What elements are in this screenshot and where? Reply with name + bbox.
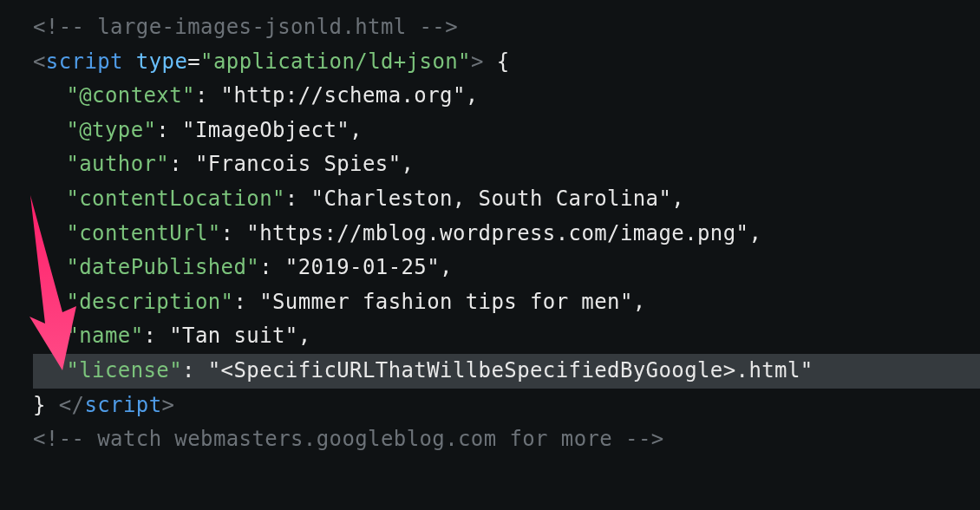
key-datepublished: "datePublished" — [66, 255, 259, 279]
val-type: "ImageObject" — [182, 118, 350, 142]
val-datepublished: "2019-01-25" — [285, 255, 440, 279]
brace-close: } — [33, 393, 59, 417]
script-tag-open: script — [46, 49, 123, 74]
key-description: "description" — [66, 290, 233, 314]
val-license: "<SpecificURLThatWillbeSpecifiedByGoogle… — [208, 358, 813, 382]
key-context: "@context" — [66, 83, 195, 108]
val-author: "Francois Spies" — [195, 152, 402, 176]
arrow-icon — [26, 195, 87, 382]
key-contenturl: "contentUrl" — [66, 221, 220, 245]
attr-type: type — [136, 49, 187, 74]
attr-type-value: "application/ld+json" — [200, 49, 471, 74]
angle-close: > — [162, 393, 175, 417]
val-contenturl: "https://mblog.wordpress.com/image.png" — [246, 221, 748, 245]
angle-close-open: </ — [59, 393, 85, 417]
key-type: "@type" — [66, 118, 156, 142]
angle-close: > — [471, 49, 484, 74]
highlighted-line: "license": "<SpecificURLThatWillbeSpecif… — [33, 354, 980, 389]
val-description: "Summer fashion tips for men" — [259, 290, 633, 314]
code-block: <!-- large-images-jsonld.html --> <scrip… — [0, 0, 980, 468]
script-tag-close: script — [84, 393, 161, 417]
val-contentlocation: "Charleston, South Carolina" — [311, 186, 672, 211]
key-contentlocation: "contentLocation" — [66, 186, 284, 211]
brace-open: { — [484, 49, 510, 74]
comment-bottom: <!-- watch webmasters.googleblog.com for… — [33, 427, 664, 451]
comment-top: <!-- large-images-jsonld.html --> — [33, 15, 458, 39]
angle-open: < — [33, 49, 46, 74]
val-name: "Tan suit" — [169, 324, 298, 348]
equals: = — [187, 49, 200, 74]
val-context: "http://schema.org" — [221, 83, 466, 108]
key-author: "author" — [66, 152, 169, 176]
